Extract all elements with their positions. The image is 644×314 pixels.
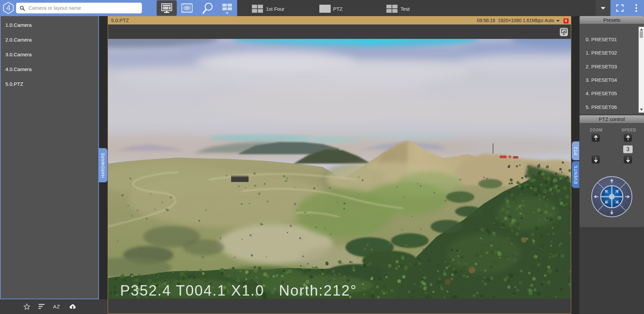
svg-text:4: 4 bbox=[6, 3, 10, 12]
